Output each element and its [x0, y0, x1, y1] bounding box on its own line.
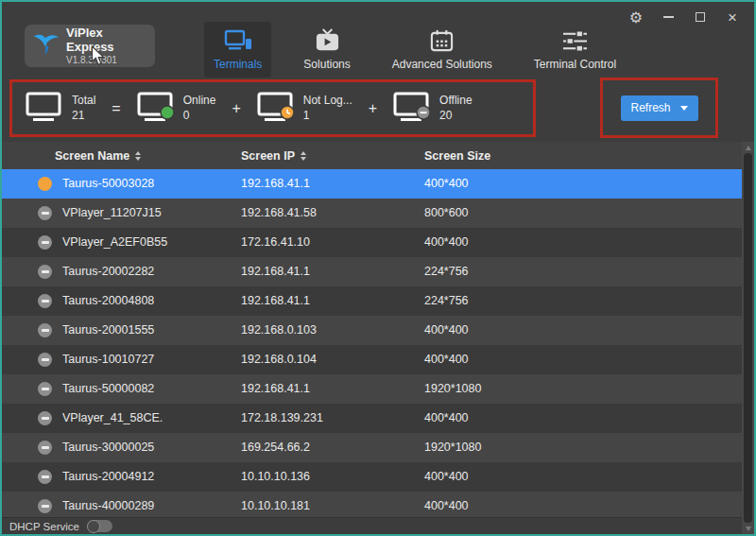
screen-name-cell: Taurus-20002282	[62, 257, 154, 286]
app-version: V1.8.3.0301	[66, 55, 147, 66]
table-body: Taurus-50003028 192.168.41.1 400*400 VPl…	[2, 169, 754, 521]
summary-online: Online 0	[137, 92, 216, 125]
screen-ip-header-label: Screen IP	[241, 149, 295, 163]
screen-size-cell: 800*600	[424, 199, 469, 228]
status-icon	[38, 411, 52, 425]
screen-size-cell: 224*756	[424, 257, 469, 286]
plus-sign: +	[229, 100, 243, 117]
status-icon	[38, 177, 52, 191]
table-row[interactable]: VPlayer_41_58CE. 172.18.139.231 400*400	[2, 404, 754, 433]
summary-not-logged: Not Log... 1	[257, 92, 352, 125]
solutions-tv-play-icon	[315, 27, 340, 54]
viplex-bird-logo-icon	[32, 31, 60, 61]
terminals-monitor-icon	[224, 27, 252, 54]
summary-offline: Offline 20	[393, 92, 472, 125]
table-row[interactable]: Taurus-20002282 192.168.41.1 224*756	[2, 257, 754, 286]
annotation-box-1: Total 21 = Online 0 +	[9, 79, 536, 137]
screen-size-header-label: Screen Size	[424, 149, 490, 163]
table-row[interactable]: Taurus-50000082 192.168.41.1 1920*1080	[2, 374, 754, 404]
tab-terminals-label: Terminals	[214, 58, 262, 71]
close-button[interactable]: ×	[722, 7, 743, 27]
table-row[interactable]: VPlayer_11207J15 192.168.41.58 800*600	[2, 199, 754, 228]
screen-name-cell: Taurus-20004808	[62, 286, 154, 316]
summary-online-count: 0	[183, 109, 216, 124]
tab-solutions-label: Solutions	[303, 58, 350, 71]
main-nav: Terminals Solutions	[204, 22, 626, 78]
status-icon	[38, 235, 52, 250]
screen-name-cell: VPlayer_A2EF0B55	[62, 228, 167, 257]
window-controls: ⚙ ×	[626, 7, 743, 27]
screen-name-cell: Taurus-20004912	[62, 462, 154, 492]
screen-ip-cell: 192.168.41.58	[241, 199, 317, 228]
table-row[interactable]: Taurus-20004912 10.10.10.136 400*400	[2, 462, 754, 492]
status-icon	[38, 265, 52, 279]
summary-total: Total 21	[26, 92, 95, 125]
table-row[interactable]: Taurus-30000025 169.254.66.2 1920*1080	[2, 433, 754, 462]
table-row[interactable]: Taurus-20004808 192.168.41.1 224*756	[2, 286, 754, 316]
summary-total-label: Total	[72, 94, 95, 109]
dhcp-service-toggle[interactable]	[87, 520, 112, 532]
tab-terminal-control[interactable]: Terminal Control	[524, 22, 626, 78]
tab-terminals[interactable]: Terminals	[204, 22, 271, 78]
summary-not-logged-count: 1	[303, 109, 352, 124]
dhcp-service-label: DHCP Service	[9, 521, 79, 532]
scroll-down-arrow-icon[interactable]	[742, 523, 754, 534]
app-logo-box: ViPlex Express V1.8.3.0301	[25, 25, 155, 67]
mouse-cursor	[91, 45, 107, 71]
table-row[interactable]: VPlayer_A2EF0B55 172.16.41.10 400*400	[2, 228, 754, 257]
screen-size-cell: 224*756	[424, 286, 469, 316]
screen-name-cell: Taurus-10010727	[62, 345, 154, 374]
table-header: Screen Name Screen IP Screen Size	[2, 142, 754, 169]
screen-ip-cell: 192.168.41.1	[241, 169, 310, 199]
screen-size-cell: 400*400	[424, 228, 469, 257]
screen-name-header-label: Screen Name	[55, 149, 129, 163]
monitor-online-icon	[137, 92, 175, 125]
refresh-button[interactable]: Refresh	[621, 95, 698, 121]
advanced-solutions-calendar-icon	[429, 27, 455, 54]
vertical-scrollbar[interactable]	[742, 142, 754, 534]
toggle-knob	[87, 520, 100, 533]
status-icon	[38, 206, 52, 220]
app-title: ViPlex Express	[66, 26, 147, 55]
screen-ip-cell: 192.168.41.1	[241, 257, 310, 286]
screen-size-cell: 400*400	[424, 404, 469, 433]
summary-offline-count: 20	[439, 109, 472, 124]
tab-advanced-solutions-label: Advanced Solutions	[392, 58, 492, 71]
screen-ip-cell: 192.168.0.103	[241, 316, 317, 345]
refresh-button-label: Refresh	[630, 101, 670, 114]
tab-solutions[interactable]: Solutions	[294, 22, 359, 78]
status-icon	[38, 470, 52, 484]
scroll-up-arrow-icon[interactable]	[742, 142, 754, 153]
monitor-icon	[26, 92, 63, 125]
minimize-button[interactable]	[658, 7, 679, 27]
screen-name-cell: VPlayer_41_58CE.	[62, 404, 163, 433]
viplex-express-window: ViPlex Express V1.8.3.0301 Terminals	[0, 0, 756, 536]
screen-name-cell: Taurus-50003028	[62, 169, 154, 199]
scrollbar-thumb[interactable]	[744, 153, 752, 523]
table-row[interactable]: Taurus-10010727 192.168.0.104 400*400	[2, 345, 754, 374]
sort-icon[interactable]	[135, 151, 141, 161]
column-header-screen-ip[interactable]: Screen IP	[241, 142, 306, 169]
table-row[interactable]: Taurus-50003028 192.168.41.1 400*400	[2, 169, 754, 199]
screen-ip-cell: 172.18.139.231	[241, 404, 323, 433]
terminal-control-sliders-icon	[561, 27, 589, 54]
settings-gear-icon[interactable]: ⚙	[626, 7, 646, 27]
sort-icon[interactable]	[301, 151, 306, 161]
screen-size-cell: 400*400	[424, 169, 469, 199]
screen-ip-cell: 172.16.41.10	[241, 228, 310, 257]
tab-terminal-control-label: Terminal Control	[534, 58, 616, 71]
screen-ip-cell: 169.254.66.2	[241, 433, 310, 462]
screen-ip-cell: 192.168.41.1	[241, 286, 310, 316]
column-header-screen-size: Screen Size	[424, 142, 490, 169]
column-header-screen-name[interactable]: Screen Name	[55, 142, 141, 169]
screen-ip-cell: 192.168.0.104	[241, 345, 317, 374]
tab-advanced-solutions[interactable]: Advanced Solutions	[383, 22, 502, 78]
chevron-down-icon[interactable]	[680, 106, 688, 111]
screen-size-cell: 1920*1080	[424, 433, 481, 462]
table-row[interactable]: Taurus-20001555 192.168.0.103 400*400	[2, 316, 754, 345]
status-icon	[38, 323, 52, 337]
equals-sign: =	[109, 100, 123, 117]
screen-name-cell: VPlayer_11207J15	[62, 199, 162, 228]
maximize-button[interactable]	[690, 7, 711, 27]
status-icon	[38, 499, 52, 513]
